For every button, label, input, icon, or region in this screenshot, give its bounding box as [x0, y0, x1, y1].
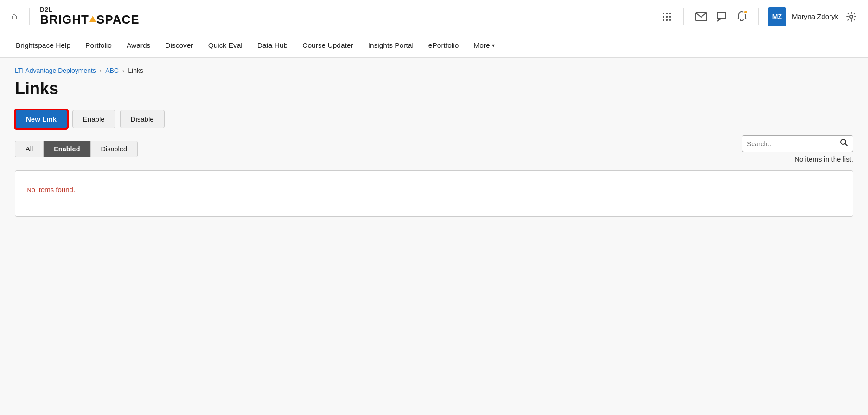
tab-disabled[interactable]: Disabled: [91, 141, 137, 157]
search-icon: [840, 138, 848, 147]
toolbar-row: New Link Enable Disable: [15, 110, 853, 129]
nav-item-more[interactable]: More ▾: [467, 38, 501, 53]
search-icon-button[interactable]: [840, 138, 848, 149]
home-button[interactable]: ⌂: [9, 8, 19, 24]
no-items-label: No items in the list.: [794, 155, 853, 163]
svg-rect-10: [717, 12, 726, 19]
nav-item-portfolio[interactable]: Portfolio: [79, 38, 118, 53]
filter-tabs: All Enabled Disabled: [15, 141, 138, 157]
breadcrumb-abc[interactable]: ABC: [105, 67, 119, 74]
svg-rect-1: [666, 13, 668, 14]
breadcrumb-sep-1: ›: [100, 67, 102, 74]
chat-icon-button[interactable]: [715, 9, 729, 24]
top-bar-left: ⌂ D2L BRIGHTSPACE: [9, 6, 659, 26]
tab-enabled[interactable]: Enabled: [44, 141, 90, 157]
svg-rect-5: [669, 16, 671, 18]
divider-2: [683, 8, 684, 25]
svg-rect-7: [666, 19, 668, 21]
filter-row: All Enabled Disabled No items in the lis…: [15, 135, 853, 163]
nav-item-discover[interactable]: Discover: [159, 38, 199, 53]
top-bar-right: MZ Maryna Zdoryk: [659, 7, 859, 26]
disable-button[interactable]: Disable: [120, 110, 165, 128]
nav-item-eportfolio[interactable]: ePortfolio: [422, 38, 465, 53]
divider-3: [758, 8, 759, 25]
bell-icon-button[interactable]: [735, 9, 749, 25]
svg-rect-4: [666, 16, 668, 18]
empty-table: No items found.: [15, 170, 853, 217]
new-link-button[interactable]: New Link: [15, 110, 68, 129]
avatar-button[interactable]: MZ: [768, 7, 786, 26]
main-content: LTI Advantage Deployments › ABC › Links …: [0, 58, 868, 415]
apps-icon: [661, 11, 672, 22]
svg-line-14: [845, 144, 848, 146]
user-name: Maryna Zdoryk: [792, 13, 838, 20]
nav-item-awards[interactable]: Awards: [120, 38, 157, 53]
svg-rect-8: [669, 19, 671, 21]
mail-icon: [695, 12, 707, 21]
logo-d2l: D2L: [40, 6, 139, 13]
more-label: More: [473, 41, 490, 50]
nav-item-data-hub[interactable]: Data Hub: [251, 38, 294, 53]
breadcrumb-lti[interactable]: LTI Advantage Deployments: [15, 67, 96, 74]
nav-bar: Brightspace Help Portfolio Awards Discov…: [0, 33, 868, 58]
logo-area: D2L BRIGHTSPACE: [40, 6, 139, 26]
chevron-down-icon: ▾: [492, 42, 495, 49]
search-input[interactable]: [747, 140, 837, 148]
breadcrumb-sep-2: ›: [122, 67, 124, 74]
settings-icon-button[interactable]: [844, 9, 859, 24]
logo-brightspace: BRIGHTSPACE: [40, 13, 139, 26]
svg-rect-0: [663, 13, 664, 14]
top-bar: ⌂ D2L BRIGHTSPACE: [0, 0, 868, 33]
enable-button[interactable]: Enable: [72, 110, 115, 128]
no-items-found-text: No items found.: [26, 186, 75, 194]
tab-all[interactable]: All: [15, 141, 44, 157]
logo-triangle: [89, 16, 96, 22]
nav-item-quick-eval[interactable]: Quick Eval: [202, 38, 249, 53]
search-box: [742, 135, 853, 152]
svg-rect-6: [663, 19, 664, 21]
divider-1: [29, 8, 30, 25]
nav-item-brightspace-help[interactable]: Brightspace Help: [9, 38, 77, 53]
svg-rect-3: [663, 16, 664, 18]
svg-rect-2: [669, 13, 671, 14]
settings-icon: [846, 11, 857, 22]
chat-icon: [716, 11, 728, 22]
search-area: No items in the list.: [742, 135, 853, 163]
page-title: Links: [15, 79, 853, 98]
apps-icon-button[interactable]: [659, 9, 674, 24]
nav-item-insights-portal[interactable]: Insights Portal: [362, 38, 420, 53]
nav-item-course-updater[interactable]: Course Updater: [296, 38, 359, 53]
notification-dot: [743, 10, 748, 14]
svg-point-12: [850, 15, 853, 18]
breadcrumb: LTI Advantage Deployments › ABC › Links: [15, 67, 853, 74]
mail-icon-button[interactable]: [693, 10, 709, 23]
breadcrumb-current: Links: [128, 67, 143, 74]
